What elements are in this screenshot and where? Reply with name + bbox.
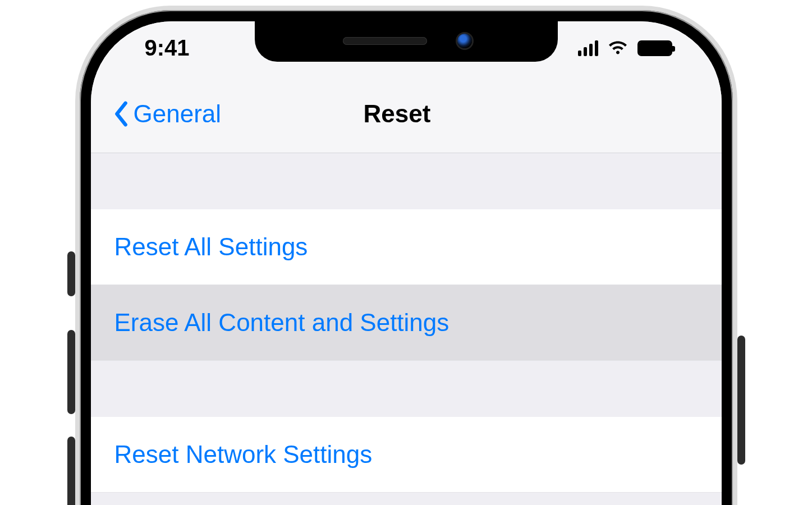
status-time: 9:41 bbox=[145, 35, 190, 61]
cellular-signal-icon bbox=[578, 40, 598, 56]
phone-bezel: 9:41 bbox=[88, 18, 725, 505]
back-button[interactable]: General bbox=[112, 100, 222, 128]
front-camera bbox=[457, 34, 472, 48]
group-spacer bbox=[91, 153, 722, 209]
row-label: Reset All Settings bbox=[114, 233, 308, 261]
reset-network-settings-row[interactable]: Reset Network Settings bbox=[91, 417, 722, 493]
battery-icon bbox=[637, 40, 672, 56]
reset-all-settings-row[interactable]: Reset All Settings bbox=[91, 209, 722, 285]
back-label: General bbox=[134, 100, 222, 128]
settings-list: Reset All Settings Erase All Content and… bbox=[91, 153, 722, 505]
notch bbox=[255, 21, 558, 62]
battery-fill bbox=[639, 42, 671, 54]
nav-bar: General Reset bbox=[91, 75, 722, 153]
erase-all-content-row[interactable]: Erase All Content and Settings bbox=[91, 285, 722, 361]
group-spacer bbox=[91, 361, 722, 417]
status-indicators bbox=[578, 40, 672, 56]
row-label: Erase All Content and Settings bbox=[114, 309, 449, 337]
page-title: Reset bbox=[364, 100, 431, 128]
phone-frame: 9:41 bbox=[75, 6, 737, 505]
volume-up-button[interactable] bbox=[67, 330, 75, 414]
chevron-left-icon bbox=[112, 101, 130, 127]
mute-switch[interactable] bbox=[67, 251, 75, 296]
earpiece-speaker bbox=[343, 37, 427, 45]
row-label: Reset Network Settings bbox=[114, 440, 373, 469]
volume-down-button[interactable] bbox=[67, 437, 75, 505]
wifi-icon bbox=[607, 40, 629, 56]
screen: 9:41 bbox=[91, 21, 722, 505]
power-button[interactable] bbox=[737, 336, 745, 465]
